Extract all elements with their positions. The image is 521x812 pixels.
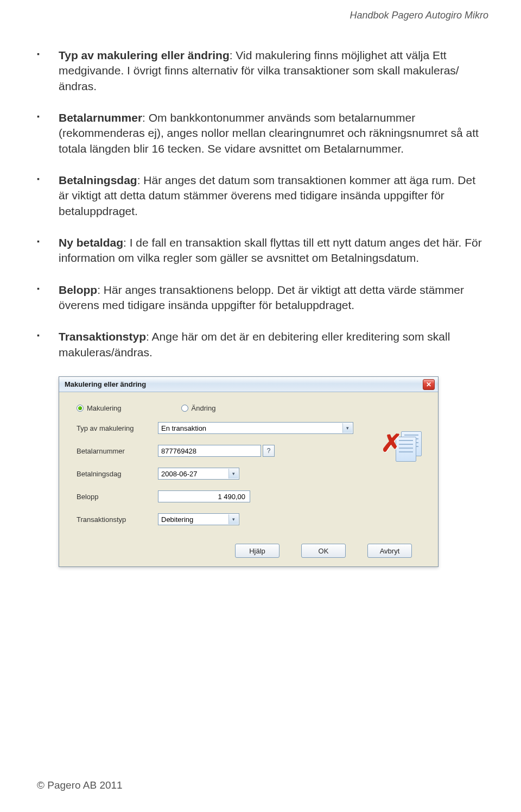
dialog-title: Makulering eller ändring: [65, 380, 146, 388]
row-betalarnummer: Betalarnummer 877769428 ?: [77, 445, 428, 457]
term: Belopp: [59, 284, 97, 296]
bullet-item: Belopp: Här anges transaktionens belopp.…: [37, 282, 488, 313]
ok-button[interactable]: OK: [301, 544, 346, 558]
row-betalningsdag: Betalningsdag 2008-06-27 ▾: [77, 468, 428, 480]
label-typ: Typ av makulering: [77, 424, 158, 432]
radio-makulering[interactable]: Makulering: [77, 404, 122, 412]
term: Transaktionstyp: [59, 330, 146, 343]
cancel-document-icon: ✗: [385, 428, 422, 462]
radio-group: Makulering Ändring: [77, 404, 428, 412]
bullet-list: Typ av makulering eller ändring: Vid mak…: [37, 48, 488, 360]
radio-icon: [181, 405, 188, 412]
cancel-button[interactable]: Avbryt: [367, 544, 412, 558]
chevron-down-icon[interactable]: ▾: [228, 514, 238, 524]
input-belopp[interactable]: 1 490,00: [158, 490, 250, 502]
row-typ: Typ av makulering En transaktion ▾: [77, 422, 428, 434]
label-betalningsdag: Betalningsdag: [77, 470, 158, 478]
datepicker-betalningsdag[interactable]: 2008-06-27 ▾: [158, 468, 239, 480]
radio-icon: [77, 405, 84, 412]
radio-label: Ändring: [192, 404, 216, 412]
label-belopp: Belopp: [77, 493, 158, 501]
combo-value: En transaktion: [161, 424, 206, 432]
amount-value: 1 490,00: [218, 493, 245, 501]
red-x-icon: ✗: [380, 429, 403, 457]
row-belopp: Belopp 1 490,00: [77, 490, 428, 502]
radio-andring[interactable]: Ändring: [181, 404, 216, 412]
date-value: 2008-06-27: [161, 470, 198, 478]
close-button[interactable]: ✕: [423, 379, 435, 390]
dialog-screenshot: Makulering eller ändring ✕ Makulering Än…: [59, 376, 488, 567]
chevron-down-icon[interactable]: ▾: [342, 423, 352, 433]
term: Betalningsdag: [59, 174, 137, 186]
term-text: : Här anges transaktionens belopp. Det ä…: [59, 284, 464, 311]
label-transtyp: Transaktionstyp: [77, 515, 158, 524]
chevron-down-icon[interactable]: ▾: [228, 469, 238, 479]
page-footer: © Pagero AB 2011: [37, 779, 123, 791]
term: Betalarnummer: [59, 111, 142, 124]
main-content: Typ av makulering eller ändring: Vid mak…: [37, 48, 488, 567]
combo-value: Debitering: [161, 515, 193, 524]
dialog-titlebar: Makulering eller ändring ✕: [59, 377, 438, 392]
term: Ny betaldag: [59, 236, 123, 249]
term: Typ av makulering eller ändring: [59, 49, 230, 61]
combo-typ[interactable]: En transaktion ▾: [158, 422, 353, 434]
help-icon-button[interactable]: ?: [263, 445, 275, 457]
dialog-button-row: Hjälp OK Avbryt: [69, 539, 428, 559]
input-value: 877769428: [161, 447, 196, 455]
bullet-item: Betalarnummer: Om bankkontonummer använd…: [37, 110, 488, 156]
dialog-window: Makulering eller ändring ✕ Makulering Än…: [59, 376, 439, 567]
dialog-body: Makulering Ändring Typ av makulering En …: [59, 392, 438, 566]
row-transtyp: Transaktionstyp Debitering ▾: [77, 513, 428, 525]
bullet-item: Typ av makulering eller ändring: Vid mak…: [37, 48, 488, 94]
label-betalarnummer: Betalarnummer: [77, 447, 158, 455]
bullet-item: Betalningsdag: Här anges det datum som t…: [37, 173, 488, 219]
bullet-item: Transaktionstyp: Ange här om det är en d…: [37, 329, 488, 360]
radio-label: Makulering: [87, 404, 122, 412]
bullet-item: Ny betaldag: I de fall en transaktion sk…: [37, 235, 488, 266]
input-betalarnummer[interactable]: 877769428: [158, 445, 261, 457]
combo-transtyp[interactable]: Debitering ▾: [158, 513, 239, 525]
help-button[interactable]: Hjälp: [235, 544, 279, 558]
page-header: Handbok Pagero Autogiro Mikro: [350, 10, 488, 21]
